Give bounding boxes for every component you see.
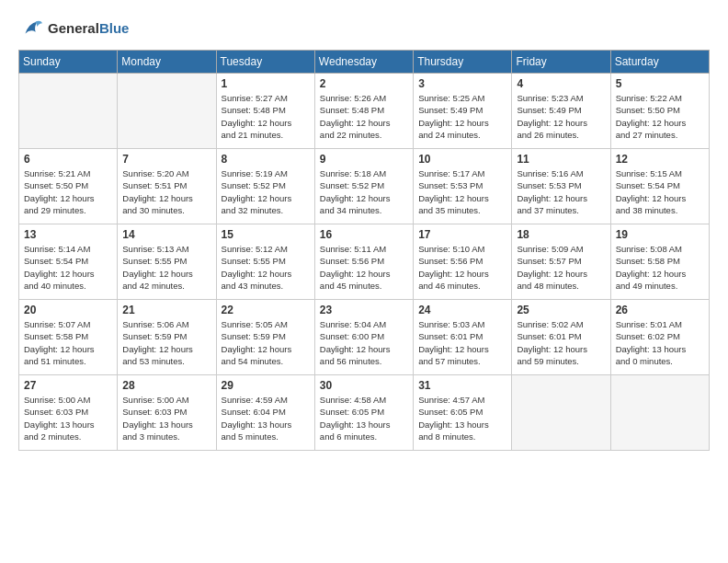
day-info: Sunrise: 5:01 AMSunset: 6:02 PMDaylight:…	[616, 318, 704, 367]
calendar-cell: 7Sunrise: 5:20 AMSunset: 5:51 PMDaylight…	[118, 149, 216, 224]
day-info: Sunrise: 5:23 AMSunset: 5:49 PMDaylight:…	[517, 92, 605, 141]
day-info: Sunrise: 5:10 AMSunset: 5:56 PMDaylight:…	[418, 243, 506, 292]
day-info: Sunrise: 5:17 AMSunset: 5:53 PMDaylight:…	[418, 167, 506, 216]
calendar-cell: 13Sunrise: 5:14 AMSunset: 5:54 PMDayligh…	[19, 224, 118, 300]
day-number: 26	[616, 304, 704, 316]
day-info: Sunrise: 5:04 AMSunset: 6:00 PMDaylight:…	[320, 318, 408, 367]
calendar-week-4: 20Sunrise: 5:07 AMSunset: 5:58 PMDayligh…	[19, 300, 710, 375]
day-info: Sunrise: 4:57 AMSunset: 6:05 PMDaylight:…	[418, 394, 506, 442]
day-number: 14	[122, 228, 210, 241]
calendar-cell: 14Sunrise: 5:13 AMSunset: 5:55 PMDayligh…	[118, 224, 216, 300]
day-info: Sunrise: 5:05 AMSunset: 5:59 PMDaylight:…	[222, 318, 310, 367]
calendar-cell: 8Sunrise: 5:19 AMSunset: 5:52 PMDaylight…	[216, 149, 314, 224]
day-info: Sunrise: 5:13 AMSunset: 5:55 PMDaylight:…	[122, 243, 210, 292]
calendar-cell: 30Sunrise: 4:58 AMSunset: 6:05 PMDayligh…	[314, 375, 413, 451]
day-number: 25	[517, 304, 605, 316]
calendar-cell: 21Sunrise: 5:06 AMSunset: 5:59 PMDayligh…	[118, 300, 216, 375]
day-number: 21	[122, 304, 210, 316]
calendar-cell: 12Sunrise: 5:15 AMSunset: 5:54 PMDayligh…	[610, 149, 709, 224]
day-number: 16	[320, 228, 408, 241]
day-info: Sunrise: 5:16 AMSunset: 5:53 PMDaylight:…	[517, 167, 605, 216]
calendar-cell: 4Sunrise: 5:23 AMSunset: 5:49 PMDaylight…	[512, 74, 610, 149]
calendar-cell: 11Sunrise: 5:16 AMSunset: 5:53 PMDayligh…	[512, 149, 610, 224]
logo-text: GeneralBlue	[48, 20, 129, 36]
day-info: Sunrise: 4:59 AMSunset: 6:04 PMDaylight:…	[222, 394, 310, 442]
weekday-header-thursday: Thursday	[414, 51, 512, 74]
calendar-cell: 16Sunrise: 5:11 AMSunset: 5:56 PMDayligh…	[314, 224, 413, 300]
day-number: 15	[222, 228, 310, 241]
day-info: Sunrise: 5:22 AMSunset: 5:50 PMDaylight:…	[616, 92, 704, 141]
day-number: 19	[616, 228, 704, 241]
calendar-cell: 15Sunrise: 5:12 AMSunset: 5:55 PMDayligh…	[216, 224, 314, 300]
calendar-cell: 5Sunrise: 5:22 AMSunset: 5:50 PMDaylight…	[610, 74, 709, 149]
day-info: Sunrise: 5:21 AMSunset: 5:50 PMDaylight:…	[24, 167, 112, 216]
calendar-table: SundayMondayTuesdayWednesdayThursdayFrid…	[18, 50, 710, 451]
day-info: Sunrise: 5:00 AMSunset: 6:03 PMDaylight:…	[122, 394, 210, 442]
header: GeneralBlue	[18, 15, 710, 40]
day-number: 1	[222, 77, 310, 90]
day-info: Sunrise: 5:25 AMSunset: 5:49 PMDaylight:…	[418, 92, 506, 141]
day-info: Sunrise: 5:09 AMSunset: 5:57 PMDaylight:…	[517, 243, 605, 292]
calendar-cell: 29Sunrise: 4:59 AMSunset: 6:04 PMDayligh…	[216, 375, 314, 451]
day-info: Sunrise: 5:26 AMSunset: 5:48 PMDaylight:…	[320, 92, 408, 141]
calendar-week-5: 27Sunrise: 5:00 AMSunset: 6:03 PMDayligh…	[19, 375, 710, 451]
calendar-cell: 9Sunrise: 5:18 AMSunset: 5:52 PMDaylight…	[314, 149, 413, 224]
day-info: Sunrise: 5:00 AMSunset: 6:03 PMDaylight:…	[24, 394, 112, 442]
day-info: Sunrise: 4:58 AMSunset: 6:05 PMDaylight:…	[320, 394, 408, 442]
day-number: 8	[222, 153, 310, 166]
day-number: 29	[222, 379, 310, 392]
day-info: Sunrise: 5:14 AMSunset: 5:54 PMDaylight:…	[24, 243, 112, 292]
weekday-header-row: SundayMondayTuesdayWednesdayThursdayFrid…	[19, 51, 710, 74]
weekday-header-tuesday: Tuesday	[216, 51, 314, 74]
day-number: 11	[517, 153, 605, 166]
calendar-cell: 25Sunrise: 5:02 AMSunset: 6:01 PMDayligh…	[512, 300, 610, 375]
day-number: 28	[122, 379, 210, 392]
calendar-cell: 27Sunrise: 5:00 AMSunset: 6:03 PMDayligh…	[19, 375, 118, 451]
day-info: Sunrise: 5:15 AMSunset: 5:54 PMDaylight:…	[616, 167, 704, 216]
calendar-cell: 3Sunrise: 5:25 AMSunset: 5:49 PMDaylight…	[414, 74, 512, 149]
day-number: 5	[616, 77, 704, 90]
day-info: Sunrise: 5:12 AMSunset: 5:55 PMDaylight:…	[222, 243, 310, 292]
day-number: 2	[320, 77, 408, 90]
calendar-week-1: 1Sunrise: 5:27 AMSunset: 5:48 PMDaylight…	[19, 74, 710, 149]
day-info: Sunrise: 5:07 AMSunset: 5:58 PMDaylight:…	[24, 318, 112, 367]
day-info: Sunrise: 5:03 AMSunset: 6:01 PMDaylight:…	[418, 318, 506, 367]
day-info: Sunrise: 5:06 AMSunset: 5:59 PMDaylight:…	[122, 318, 210, 367]
day-info: Sunrise: 5:18 AMSunset: 5:52 PMDaylight:…	[320, 167, 408, 216]
calendar-cell: 24Sunrise: 5:03 AMSunset: 6:01 PMDayligh…	[414, 300, 512, 375]
calendar-cell: 31Sunrise: 4:57 AMSunset: 6:05 PMDayligh…	[414, 375, 512, 451]
day-number: 17	[418, 228, 506, 241]
day-info: Sunrise: 5:11 AMSunset: 5:56 PMDaylight:…	[320, 243, 408, 292]
day-number: 27	[24, 379, 112, 392]
day-number: 7	[122, 153, 210, 166]
day-info: Sunrise: 5:19 AMSunset: 5:52 PMDaylight:…	[222, 167, 310, 216]
weekday-header-sunday: Sunday	[19, 51, 118, 74]
day-number: 22	[222, 304, 310, 316]
day-number: 24	[418, 304, 506, 316]
weekday-header-monday: Monday	[118, 51, 216, 74]
day-info: Sunrise: 5:27 AMSunset: 5:48 PMDaylight:…	[222, 92, 310, 141]
calendar-cell: 23Sunrise: 5:04 AMSunset: 6:00 PMDayligh…	[314, 300, 413, 375]
calendar-cell	[610, 375, 709, 451]
day-number: 4	[517, 77, 605, 90]
calendar-cell: 10Sunrise: 5:17 AMSunset: 5:53 PMDayligh…	[414, 149, 512, 224]
calendar-cell	[118, 74, 216, 149]
day-number: 13	[24, 228, 112, 241]
day-number: 10	[418, 153, 506, 166]
calendar-cell: 28Sunrise: 5:00 AMSunset: 6:03 PMDayligh…	[118, 375, 216, 451]
day-number: 30	[320, 379, 408, 392]
day-info: Sunrise: 5:08 AMSunset: 5:58 PMDaylight:…	[616, 243, 704, 292]
logo-icon	[18, 15, 44, 40]
day-number: 23	[320, 304, 408, 316]
calendar-cell: 22Sunrise: 5:05 AMSunset: 5:59 PMDayligh…	[216, 300, 314, 375]
calendar-week-3: 13Sunrise: 5:14 AMSunset: 5:54 PMDayligh…	[19, 224, 710, 300]
day-info: Sunrise: 5:20 AMSunset: 5:51 PMDaylight:…	[122, 167, 210, 216]
day-number: 3	[418, 77, 506, 90]
calendar-week-2: 6Sunrise: 5:21 AMSunset: 5:50 PMDaylight…	[19, 149, 710, 224]
weekday-header-wednesday: Wednesday	[314, 51, 413, 74]
page: GeneralBlue SundayMondayTuesdayWednesday…	[0, 0, 728, 563]
calendar-cell: 2Sunrise: 5:26 AMSunset: 5:48 PMDaylight…	[314, 74, 413, 149]
day-number: 9	[320, 153, 408, 166]
day-info: Sunrise: 5:02 AMSunset: 6:01 PMDaylight:…	[517, 318, 605, 367]
day-number: 20	[24, 304, 112, 316]
